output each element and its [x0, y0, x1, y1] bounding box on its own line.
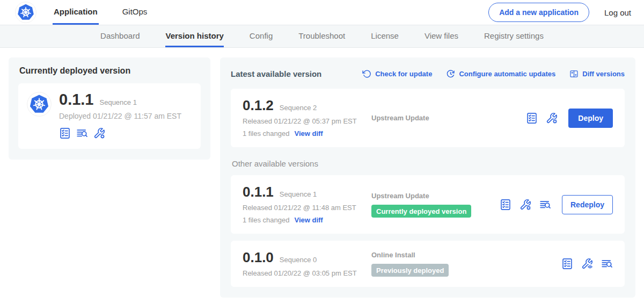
- kubernetes-app-icon: [27, 92, 52, 117]
- released-timestamp: Released 01/20/22 @ 03:05 pm EST: [243, 269, 371, 277]
- subnav-item-view-files[interactable]: View files: [425, 25, 458, 47]
- logout-link[interactable]: Log out: [604, 8, 631, 17]
- version-info: 0.1.2 Sequence 2 Released 01/21/22 @ 05:…: [243, 98, 371, 138]
- subnav-item-dashboard[interactable]: Dashboard: [100, 25, 140, 47]
- view-diff-link[interactable]: View diff: [294, 129, 323, 138]
- subnav-label: Dashboard: [100, 31, 140, 40]
- kubernetes-logo-icon: [15, 2, 36, 23]
- other-available-title: Other available versions: [232, 159, 625, 168]
- redeploy-button[interactable]: Redeploy: [562, 195, 613, 214]
- app-subnav: Dashboard Version history Config Trouble…: [0, 25, 644, 48]
- sequence-label: Sequence 1: [280, 190, 317, 198]
- tab-gitops[interactable]: GitOps: [121, 0, 149, 25]
- sequence-label: Sequence 0: [280, 256, 317, 264]
- checklist-icon[interactable]: [59, 127, 71, 139]
- check-for-update-label: Check for update: [375, 70, 432, 78]
- version-source: Online Install Previously deployed: [371, 251, 561, 277]
- subnav-label: Config: [250, 31, 273, 40]
- subnav-label: Registry settings: [484, 31, 544, 40]
- files-changed-label: 1 files changed: [243, 129, 289, 138]
- subnav-label: License: [371, 31, 399, 40]
- wrench-gear-icon[interactable]: [93, 127, 105, 139]
- diff-versions-link[interactable]: Diff versions: [569, 69, 625, 78]
- currently-deployed-badge: Currently deployed version: [371, 205, 471, 218]
- version-source: Upstream Update: [371, 114, 526, 122]
- sequence-label: Sequence 2: [280, 104, 317, 112]
- files-changed-label: 1 files changed: [243, 216, 289, 224]
- diff-icon: [569, 69, 579, 78]
- checklist-icon[interactable]: [561, 258, 573, 270]
- version-info: 0.1.0 Sequence 0 Released 01/20/22 @ 03:…: [243, 250, 371, 277]
- logs-icon[interactable]: [76, 127, 88, 139]
- version-actions: [561, 258, 613, 270]
- checklist-icon[interactable]: [500, 199, 511, 211]
- wrench-gear-icon[interactable]: [519, 199, 531, 211]
- add-application-button[interactable]: Add a new application: [488, 3, 589, 22]
- logs-icon[interactable]: [539, 199, 551, 211]
- version-info: 0.1.1 Sequence 1 Released 01/21/22 @ 11:…: [243, 185, 371, 224]
- tab-application[interactable]: Application: [53, 0, 99, 25]
- tab-application-label: Application: [54, 7, 98, 16]
- diff-versions-label: Diff versions: [582, 70, 625, 78]
- deployed-sequence-label: Sequence 1: [100, 98, 137, 106]
- version-number: 0.1.0: [243, 250, 274, 264]
- latest-available-title: Latest available version: [231, 69, 321, 78]
- wrench-eye-icon[interactable]: [581, 258, 593, 270]
- subnav-label: Version history: [165, 31, 223, 40]
- version-actions: Redeploy: [500, 195, 613, 214]
- version-number: 0.1.1: [243, 185, 274, 199]
- top-header: Application GitOps Add a new application…: [0, 0, 644, 25]
- tab-gitops-label: GitOps: [122, 7, 148, 16]
- clock-arrow-icon: [446, 69, 455, 78]
- source-label: Upstream Update: [371, 114, 521, 122]
- currently-deployed-title: Currently deployed version: [19, 66, 201, 76]
- configure-automatic-updates-label: Configure automatic updates: [459, 70, 555, 78]
- version-card-0-1-2: 0.1.2 Sequence 2 Released 01/21/22 @ 05:…: [231, 89, 625, 147]
- version-source: Upstream Update Currently deployed versi…: [371, 192, 500, 218]
- view-diff-link[interactable]: View diff: [294, 216, 323, 224]
- version-card-0-1-1: 0.1.1 Sequence 1 Released 01/21/22 @ 11:…: [231, 175, 625, 234]
- subnav-item-version-history[interactable]: Version history: [165, 25, 223, 47]
- released-timestamp: Released 01/21/22 @ 05:37 pm EST: [243, 117, 371, 125]
- version-history-panel: Latest available version Check for updat…: [220, 57, 635, 298]
- subnav-label: View files: [425, 31, 458, 40]
- panel-actions: Check for update Configure automatic upd…: [362, 69, 625, 78]
- currently-deployed-card: Currently deployed version 0.1.1 Sequenc…: [9, 57, 210, 160]
- subnav-label: Troubleshoot: [298, 31, 345, 40]
- header-spacer: [171, 0, 488, 25]
- deployed-version-card: 0.1.1 Sequence 1 Deployed 01/21/22 @ 11:…: [18, 83, 201, 149]
- deployed-timestamp: Deployed 01/21/22 @ 11:57 am EST: [59, 112, 181, 120]
- version-card-0-1-0: 0.1.0 Sequence 0 Released 01/20/22 @ 03:…: [231, 241, 625, 287]
- main-content: Currently deployed version 0.1.1 Sequenc…: [0, 48, 644, 298]
- check-for-update-link[interactable]: Check for update: [362, 69, 432, 78]
- released-timestamp: Released 01/21/22 @ 11:48 am EST: [243, 204, 371, 212]
- version-actions: Deploy: [526, 109, 613, 128]
- wrench-gear-icon[interactable]: [546, 112, 558, 124]
- previously-deployed-badge: Previously deployed: [371, 264, 449, 277]
- subnav-item-registry-settings[interactable]: Registry settings: [484, 25, 544, 47]
- checklist-icon[interactable]: [526, 112, 538, 124]
- configure-automatic-updates-link[interactable]: Configure automatic updates: [446, 69, 555, 78]
- deploy-button[interactable]: Deploy: [568, 109, 613, 128]
- subnav-item-license[interactable]: License: [371, 25, 399, 47]
- source-label: Upstream Update: [371, 192, 494, 200]
- source-label: Online Install: [371, 251, 556, 259]
- refresh-icon: [362, 69, 371, 78]
- deployed-version-number: 0.1.1: [59, 92, 94, 107]
- logs-icon[interactable]: [601, 258, 613, 270]
- subnav-item-troubleshoot[interactable]: Troubleshoot: [298, 25, 345, 47]
- version-number: 0.1.2: [243, 98, 274, 112]
- subnav-item-config[interactable]: Config: [250, 25, 273, 47]
- deployed-version-info: 0.1.1 Sequence 1 Deployed 01/21/22 @ 11:…: [59, 92, 181, 139]
